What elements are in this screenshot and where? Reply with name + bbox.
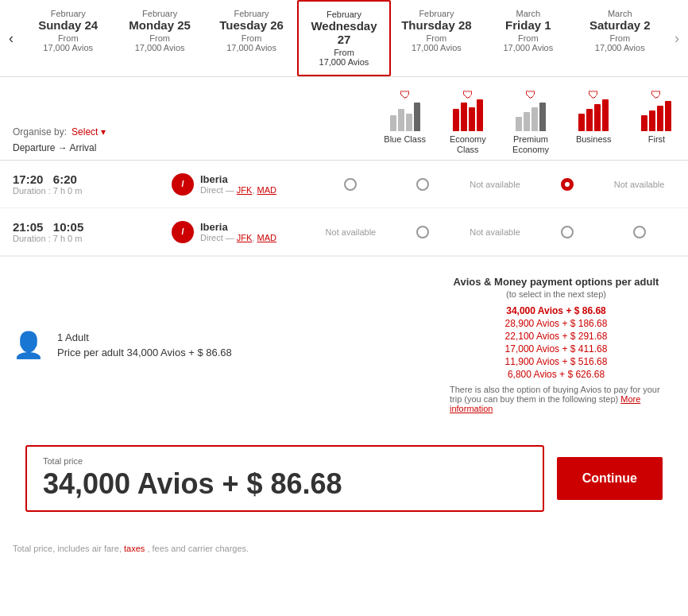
taxes-link[interactable]: taxes: [124, 544, 145, 553]
class-label: Blue Class: [384, 134, 426, 145]
class-option-first: Not available: [603, 178, 675, 191]
date-month: February: [28, 9, 108, 18]
radio-selected[interactable]: [561, 178, 574, 191]
price-option-1[interactable]: 28,900 Avios + $ 186.68: [450, 318, 663, 329]
date-day: Saturday 2: [580, 18, 660, 32]
date-month: February: [211, 9, 292, 18]
date-avios: 17,000 Avios: [303, 57, 384, 67]
bar: [665, 101, 671, 131]
date-from: From: [119, 33, 199, 43]
date-day: Tuesday 26: [211, 18, 292, 32]
class-option-premium: Not available: [459, 226, 531, 238]
not-available-text: Not available: [326, 227, 377, 237]
date-avios: 17,000 Avios: [396, 43, 477, 52]
price-option-5[interactable]: 6,800 Avios + $ 626.68: [450, 369, 663, 380]
shield-icon: 🛡: [462, 88, 473, 101]
class-options: Not availableNot available: [315, 178, 675, 191]
bar: [586, 109, 593, 131]
radio-option[interactable]: [416, 178, 429, 191]
shield-icon: 🛡: [400, 88, 411, 101]
flight-airline: I Iberia Direct — JFK, MAD: [172, 221, 315, 243]
bar: [641, 115, 647, 131]
flight-times: 21:05 10:05: [13, 220, 172, 234]
flight-info: 17:20 6:20 Duration : 7 h 0 m: [13, 172, 172, 196]
class-header-row: Organise by: Select ▾ Departure → Arriva…: [0, 77, 688, 161]
route-to[interactable]: MAD: [257, 233, 276, 242]
date-item-wednesday-27[interactable]: February Wednesday 27 From 17,000 Avios: [297, 0, 390, 76]
price-note: There is also the option of buying Avios…: [450, 385, 663, 413]
radio-option[interactable]: [561, 226, 574, 238]
bar: [594, 104, 601, 131]
bar: [453, 109, 459, 131]
flight-row: 17:20 6:20 Duration : 7 h 0 m I Iberia D…: [0, 161, 688, 208]
class-bars: [641, 103, 671, 131]
airline-details: Iberia Direct — JFK, MAD: [200, 221, 276, 242]
radio-option[interactable]: [344, 178, 357, 191]
date-month: February: [119, 9, 199, 18]
organise-select[interactable]: Select ▾: [72, 126, 106, 138]
price-option-2[interactable]: 22,100 Avios + $ 291.68: [450, 331, 663, 342]
price-option-3[interactable]: 17,000 Avios + $ 411.68: [450, 343, 663, 354]
bar: [531, 107, 538, 131]
date-item-monday-25[interactable]: February Monday 25 From 17,000 Avios: [114, 0, 205, 76]
airline-name: Iberia: [200, 173, 276, 185]
flight-duration: Duration : 7 h 0 m: [13, 186, 172, 196]
bar: [602, 99, 609, 131]
class-option-premium: Not available: [459, 178, 531, 191]
date-month: February: [396, 9, 477, 18]
organise-row: Organise by: Select ▾: [13, 126, 361, 138]
footer-note: Total price, includes air fare, taxes , …: [0, 537, 688, 563]
prev-date-arrow[interactable]: ‹: [0, 0, 22, 76]
flight-route: Direct — JFK, MAD: [200, 185, 276, 195]
class-option-blue[interactable]: [315, 178, 387, 191]
class-option-business[interactable]: [531, 178, 603, 191]
iberia-logo: I: [172, 221, 194, 243]
class-option-business[interactable]: [531, 226, 603, 238]
route-from[interactable]: JFK: [237, 233, 253, 242]
total-label: Total price: [43, 456, 527, 466]
class-left-panel: Organise by: Select ▾ Departure → Arriva…: [0, 120, 373, 160]
price-option-0[interactable]: 34,000 Avios + $ 86.68: [450, 305, 663, 316]
next-date-arrow[interactable]: ›: [666, 0, 688, 76]
class-bars: [390, 103, 420, 131]
date-item-sunday-24[interactable]: February Sunday 24 From 17,000 Avios: [22, 0, 114, 76]
bar: [657, 106, 663, 131]
bar: [461, 103, 467, 131]
class-option-economy[interactable]: [387, 226, 459, 238]
airline-name: Iberia: [200, 221, 276, 233]
iberia-icon: I: [172, 221, 194, 243]
not-available-text: Not available: [470, 180, 520, 189]
date-avios: 17,000 Avios: [488, 43, 568, 52]
bar: [406, 114, 412, 131]
bar: [524, 112, 530, 131]
route-from[interactable]: JFK: [237, 185, 253, 195]
date-from: From: [396, 33, 477, 43]
arrival-label: Arrival: [69, 142, 96, 153]
date-from: From: [580, 33, 660, 43]
bar: [414, 103, 420, 131]
class-option-first[interactable]: [603, 226, 675, 238]
date-item-thursday-28[interactable]: February Thursday 28 From 17,000 Avios: [391, 0, 482, 76]
date-avios: 17,000 Avios: [211, 43, 292, 52]
bar: [649, 110, 655, 131]
total-amount: 34,000 Avios + $ 86.68: [43, 467, 527, 501]
date-item-saturday-2[interactable]: March Saturday 2 From 17,000 Avios: [574, 0, 666, 76]
bar: [469, 107, 475, 131]
radio-option[interactable]: [416, 226, 429, 238]
class-option-economy[interactable]: [387, 178, 459, 191]
radio-option[interactable]: [633, 226, 646, 238]
flights-section: 17:20 6:20 Duration : 7 h 0 m I Iberia D…: [0, 161, 688, 256]
date-from: From: [303, 48, 384, 57]
price-option-4[interactable]: 11,900 Avios + $ 516.68: [450, 356, 663, 367]
date-from: From: [488, 33, 568, 43]
date-item-tuesday-26[interactable]: February Tuesday 26 From 17,000 Avios: [206, 0, 297, 76]
class-options: Not availableNot available: [315, 226, 675, 238]
date-navigation: ‹ February Sunday 24 From 17,000 Avios F…: [0, 0, 688, 77]
departure-label: Departure: [13, 142, 55, 153]
date-item-friday-1[interactable]: March Friday 1 From 17,000 Avios: [482, 0, 574, 76]
class-label: Business: [576, 134, 612, 145]
bar: [578, 114, 585, 131]
route-to[interactable]: MAD: [257, 185, 276, 195]
class-col-business: 🛡Business: [562, 83, 625, 160]
continue-button[interactable]: Continue: [557, 457, 663, 500]
